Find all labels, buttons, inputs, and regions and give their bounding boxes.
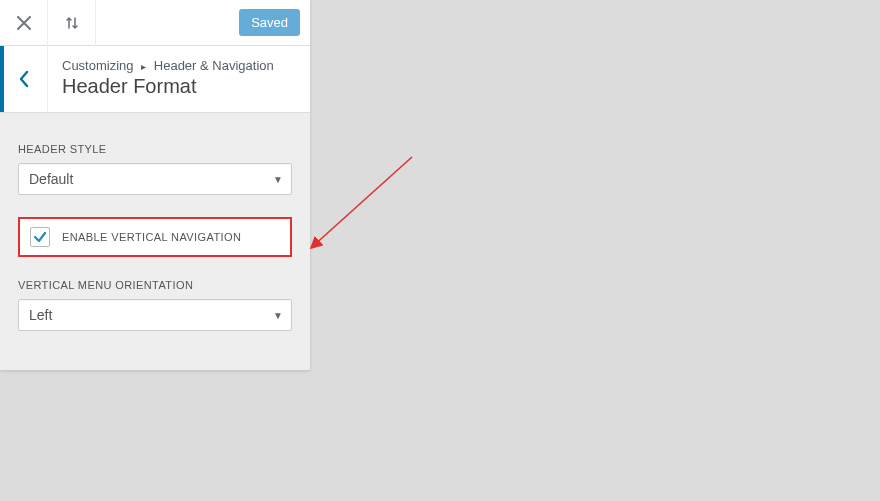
chevron-down-icon: ▼ <box>273 310 283 321</box>
breadcrumb-block: Customizing ▸ Header & Navigation Header… <box>48 46 288 112</box>
controls-area: HEADER STYLE Default ▼ ENABLE VERTICAL N… <box>0 113 310 349</box>
close-button[interactable] <box>0 0 48 46</box>
chevron-left-icon <box>18 70 30 88</box>
enable-vertical-nav-label: ENABLE VERTICAL NAVIGATION <box>62 231 241 243</box>
check-icon <box>33 230 47 244</box>
breadcrumb: Customizing ▸ Header & Navigation <box>62 58 274 73</box>
sort-icon <box>64 15 80 31</box>
reorder-button[interactable] <box>48 0 96 46</box>
enable-vertical-nav-checkbox[interactable] <box>30 227 50 247</box>
breadcrumb-row: Customizing ▸ Header & Navigation Header… <box>0 46 310 113</box>
close-icon <box>17 16 31 30</box>
orientation-label: VERTICAL MENU ORIENTATION <box>18 279 292 291</box>
chevron-down-icon: ▼ <box>273 174 283 185</box>
header-style-select[interactable]: Default ▼ <box>18 163 292 195</box>
customizer-panel: Saved Customizing ▸ Header & Navigation … <box>0 0 310 370</box>
svg-line-0 <box>312 157 412 247</box>
breadcrumb-separator-icon: ▸ <box>141 61 146 72</box>
orientation-value: Left <box>29 307 52 323</box>
orientation-select[interactable]: Left ▼ <box>18 299 292 331</box>
breadcrumb-section: Header & Navigation <box>154 58 274 73</box>
header-style-label: HEADER STYLE <box>18 143 292 155</box>
enable-vertical-nav-row[interactable]: ENABLE VERTICAL NAVIGATION <box>18 217 292 257</box>
saved-button: Saved <box>239 9 300 36</box>
breadcrumb-root: Customizing <box>62 58 134 73</box>
header-style-value: Default <box>29 171 73 187</box>
back-button[interactable] <box>0 46 48 112</box>
top-actions-row: Saved <box>0 0 310 46</box>
page-title: Header Format <box>62 75 274 98</box>
annotation-arrow <box>302 152 422 272</box>
